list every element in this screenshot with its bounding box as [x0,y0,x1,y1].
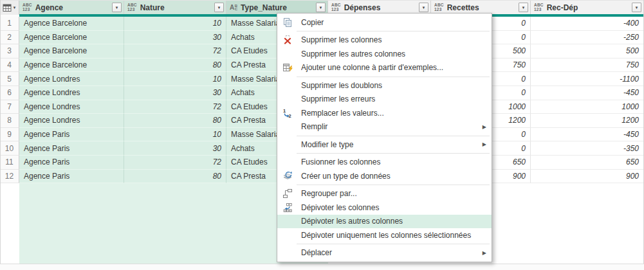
menu-item-label: Ajouter une colonne à partir d'exemples.… [301,63,486,72]
menu-item-label: Fusionner les colonnes [301,158,486,166]
column-type-icon: ABC123 [331,3,341,12]
group-by-icon [282,188,293,199]
cell-agence[interactable]: Agence Barcelone [19,59,124,73]
add-column-from-examples-icon [282,62,293,73]
column-header-recettes[interactable]: ABC123Recettes▼ [431,1,531,14]
row-number[interactable]: 3 [0,44,19,59]
cell-nature[interactable]: 72 [124,100,226,114]
cell-nature[interactable]: 10 [124,17,226,31]
menu-item-icon-empty [282,216,293,226]
column-filter-dropdown[interactable]: ▼ [316,3,326,12]
cell-rec-dép[interactable]: -1100 [531,72,644,86]
cell-agence[interactable]: Agence Barcelone [19,31,124,45]
cell-rec-dép[interactable]: 500 [531,44,644,59]
row-number[interactable]: 11 [0,156,19,170]
column-filter-dropdown[interactable]: ▼ [419,3,428,12]
menu-item-8[interactable]: 12Remplacer les valeurs... [277,106,492,120]
menu-item-2[interactable]: Supprimer les colonnes [277,33,492,48]
menu-item-19[interactable]: Dépivoter uniquement les colonnes sélect… [277,228,492,242]
cell-nature[interactable]: 10 [124,72,226,86]
cell-agence[interactable]: Agence Londres [19,72,124,86]
menu-item-17[interactable]: Dépivoter les colonnes [277,201,492,215]
cell-rec-dép[interactable]: 650 [531,156,644,170]
cell-nature[interactable]: 72 [124,156,226,170]
cell-agence[interactable]: Agence Barcelone [19,44,124,59]
column-header-type_nature[interactable]: ABCType_Nature▼ [226,1,328,14]
menu-item-label: Dépivoter uniquement les colonnes sélect… [301,231,486,240]
cell-rec-dép[interactable]: 1200 [531,114,644,128]
cell-nature[interactable]: 80 [124,114,226,128]
cell-nature[interactable]: 72 [124,44,226,59]
row-number[interactable]: 8 [0,114,19,128]
menu-item-4[interactable]: Ajouter une colonne à partir d'exemples.… [277,61,492,75]
cell-rec-dép[interactable]: -400 [531,17,644,31]
table-select-all-button[interactable]: ▼ [0,1,19,15]
menu-item-label: Remplir [301,122,479,131]
cell-agence[interactable]: Agence Londres [19,114,124,128]
cell-nature[interactable]: 80 [124,59,226,73]
column-header-label: Nature [140,3,212,12]
cell-rec-dép[interactable]: -250 [531,31,644,45]
column-filter-dropdown[interactable]: ▼ [112,3,122,12]
cell-agence[interactable]: Agence Paris [19,141,124,156]
cell-rec-dép[interactable]: 750 [531,59,644,73]
data-grid: ▼ABC123Agence▼ABC123Nature▼ABCType_Natur… [0,0,644,14]
menu-item-16[interactable]: Regrouper par... [277,187,492,201]
menu-item-11[interactable]: Modifier le type▶ [277,138,492,152]
menu-separator [297,136,490,136]
cell-agence[interactable]: Agence Londres [19,86,124,100]
cell-nature[interactable]: 10 [124,128,226,142]
menu-separator [297,76,490,77]
menu-item-icon-empty [282,248,293,258]
column-filter-dropdown[interactable]: ▼ [632,3,641,12]
row-number[interactable]: 9 [0,128,19,142]
menu-item-6[interactable]: Supprimer les doublons [277,78,492,93]
cell-agence[interactable]: Agence Paris [19,170,124,184]
menu-item-14[interactable]: Créer un type de données [277,169,492,183]
cell-agence[interactable]: Agence Londres [19,100,124,114]
menu-item-21[interactable]: Déplacer▶ [277,246,492,260]
row-number[interactable]: 7 [0,100,19,114]
menu-item-0[interactable]: Copier [277,15,492,30]
column-type-icon: ABC123 [434,3,444,12]
cell-nature[interactable]: 80 [124,170,226,184]
row-number[interactable]: 10 [0,141,19,156]
menu-item-9[interactable]: Remplir▶ [277,120,492,134]
submenu-arrow-icon: ▶ [483,141,486,147]
row-number[interactable]: 6 [0,86,19,100]
menu-item-icon-empty [282,157,293,167]
row-number[interactable]: 5 [0,72,19,86]
column-header-nature[interactable]: ABC123Nature▼ [124,1,226,14]
cell-rec-dép[interactable]: -350 [531,141,644,156]
column-header-agence[interactable]: ABC123Agence▼ [19,1,124,14]
row-number[interactable]: 12 [0,170,19,184]
column-filter-dropdown[interactable]: ▼ [214,3,224,12]
column-header-rec-dép[interactable]: ABC123Rec-Dép▼ [531,1,644,14]
menu-separator [297,31,490,32]
cell-nature[interactable]: 30 [124,86,226,100]
cell-rec-dép[interactable]: -450 [531,128,644,142]
menu-item-7[interactable]: Supprimer les erreurs [277,93,492,107]
row-number[interactable]: 2 [0,31,19,45]
dropdown-arrow-icon: ▼ [522,6,526,10]
column-header-dépenses[interactable]: ABC123Dépenses▼ [328,1,431,14]
copy-icon [282,17,293,28]
cell-rec-dép[interactable]: 900 [531,170,644,184]
menu-item-3[interactable]: Supprimer les autres colonnes [277,47,492,61]
menu-item-18[interactable]: Dépivoter les autres colonnes [277,215,492,229]
menu-item-icon-empty [282,49,293,59]
cell-rec-dép[interactable]: -450 [531,86,644,100]
cell-agence[interactable]: Agence Barcelone [19,17,124,31]
row-number[interactable]: 4 [0,59,19,73]
cell-rec-dép[interactable]: 1000 [531,100,644,114]
cell-agence[interactable]: Agence Paris [19,128,124,142]
menu-item-label: Copier [301,18,486,27]
column-filter-dropdown[interactable]: ▼ [519,3,528,12]
menu-item-label: Regrouper par... [301,189,486,198]
cell-agence[interactable]: Agence Paris [19,156,124,170]
cell-nature[interactable]: 30 [124,31,226,45]
cell-nature[interactable]: 30 [124,141,226,156]
menu-item-13[interactable]: Fusionner les colonnes [277,156,492,170]
dropdown-arrow-icon: ▼ [422,6,426,10]
row-number[interactable]: 1 [0,17,19,31]
